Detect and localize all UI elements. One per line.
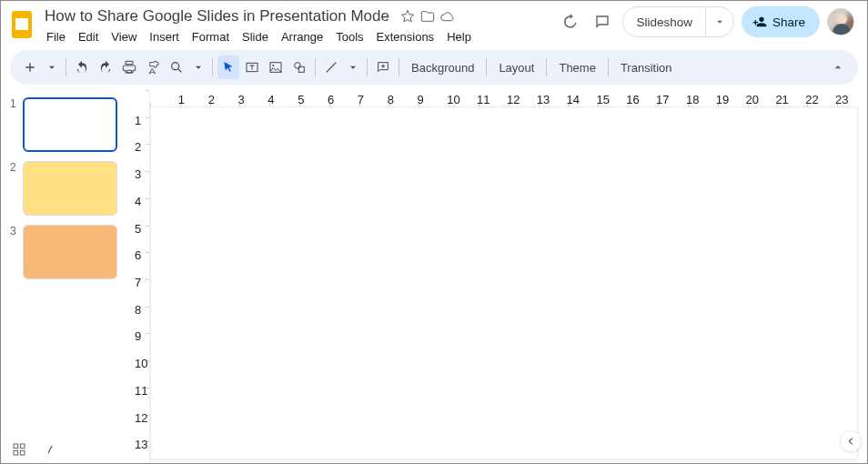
toolbar-separator [212, 58, 213, 76]
slide-thumbnail[interactable] [23, 97, 117, 152]
slide-thumbnail[interactable] [23, 225, 117, 279]
comment-icon[interactable] [590, 9, 615, 35]
slide-number: 3 [10, 225, 23, 279]
svg-rect-9 [20, 444, 25, 449]
menu-view[interactable]: View [106, 27, 142, 46]
paint-format-button[interactable] [142, 55, 164, 79]
svg-rect-1 [15, 18, 28, 30]
image-tool[interactable] [265, 55, 287, 79]
menu-help[interactable]: Help [441, 27, 477, 46]
new-slide-button[interactable] [19, 55, 41, 79]
menu-extensions[interactable]: Extensions [371, 27, 440, 46]
slide-thumb-2[interactable]: 2 [10, 161, 134, 216]
zoom-button[interactable] [166, 55, 187, 79]
slide-thumb-1[interactable]: 1 [10, 97, 134, 152]
workspace: 1 2 3 12345678910111213 1234567891011121… [1, 90, 867, 464]
shape-tool[interactable] [288, 55, 310, 79]
svg-rect-8 [14, 444, 18, 449]
filmstrip[interactable]: 1 2 3 [1, 90, 134, 464]
toolbar-separator [546, 58, 547, 76]
cloud-status-icon[interactable] [439, 7, 457, 25]
person-add-icon [752, 15, 767, 29]
slideshow-button-group: Slideshow [622, 6, 734, 37]
print-button[interactable] [118, 55, 140, 79]
move-folder-icon[interactable] [419, 7, 437, 25]
transition-button[interactable]: Transition [613, 55, 680, 79]
slide-number: 1 [10, 97, 23, 152]
menu-format[interactable]: Format [187, 27, 235, 46]
toolbar-separator [66, 58, 66, 76]
svg-rect-10 [14, 450, 18, 455]
menu-arrange[interactable]: Arrange [276, 27, 328, 46]
app-header: How to Share Google Slides in Presentati… [1, 1, 867, 48]
comment-add-button[interactable] [372, 55, 394, 79]
menu-slide[interactable]: Slide [237, 27, 274, 46]
layout-button[interactable]: Layout [491, 55, 541, 79]
slide-number: 2 [10, 161, 23, 216]
zoom-dropdown[interactable] [189, 55, 207, 79]
collapse-toolbar-button[interactable] [827, 55, 849, 79]
background-button[interactable]: Background [404, 55, 481, 79]
select-tool[interactable] [217, 55, 239, 79]
toolbar-separator [367, 58, 368, 76]
vertical-ruler: 12345678910111213 [134, 90, 150, 464]
menu-tools[interactable]: Tools [330, 27, 368, 46]
account-avatar[interactable] [827, 8, 854, 35]
grid-view-button[interactable] [10, 440, 28, 459]
menu-file[interactable]: File [41, 27, 71, 46]
slides-logo[interactable] [10, 8, 34, 41]
star-icon[interactable] [399, 7, 417, 25]
svg-point-2 [172, 63, 179, 70]
explore-button[interactable] [41, 440, 59, 459]
svg-point-5 [272, 65, 274, 66]
slide-canvas[interactable] [150, 106, 858, 459]
slide-thumb-3[interactable]: 3 [10, 225, 134, 279]
bottom-bar [10, 440, 59, 459]
svg-point-6 [295, 63, 301, 69]
hide-side-panel-button[interactable] [840, 430, 862, 452]
menubar: File Edit View Insert Format Slide Arran… [41, 27, 477, 46]
doc-title-input[interactable]: How to Share Google Slides in Presentati… [41, 6, 393, 26]
line-tool[interactable] [320, 55, 342, 79]
new-slide-dropdown[interactable] [43, 55, 61, 79]
toolbar-separator [608, 58, 609, 76]
redo-button[interactable] [95, 55, 116, 79]
share-button[interactable]: Share [742, 6, 820, 37]
undo-button[interactable] [71, 55, 93, 79]
slideshow-button[interactable]: Slideshow [623, 7, 705, 36]
toolbar-separator [399, 58, 399, 76]
share-button-label: Share [772, 15, 805, 29]
toolbar-separator [486, 58, 487, 76]
toolbar: Background Layout Theme Transition [10, 50, 858, 85]
textbox-tool[interactable] [241, 55, 263, 79]
menu-edit[interactable]: Edit [73, 27, 104, 46]
theme-button[interactable]: Theme [551, 55, 602, 79]
slideshow-dropdown[interactable] [705, 7, 733, 36]
line-dropdown[interactable] [344, 55, 362, 79]
history-icon[interactable] [557, 9, 582, 35]
svg-rect-11 [20, 450, 25, 455]
horizontal-ruler: 1234567891011121314151617181920212223 [150, 90, 867, 106]
menu-insert[interactable]: Insert [144, 27, 185, 46]
toolbar-separator [315, 58, 316, 76]
slide-thumbnail[interactable] [23, 161, 117, 216]
